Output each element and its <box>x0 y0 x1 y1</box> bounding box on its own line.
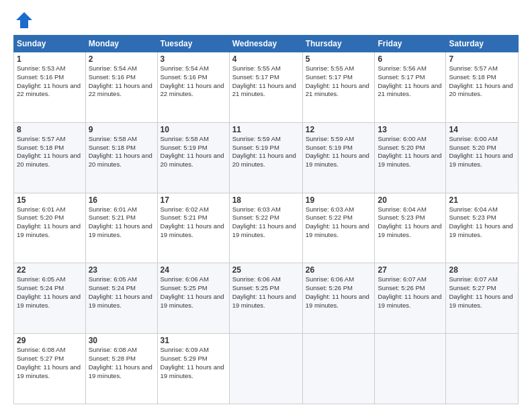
calendar-day-cell: 11Sunrise: 5:59 AMSunset: 5:19 PMDayligh… <box>229 122 302 193</box>
day-number: 25 <box>232 265 300 275</box>
day-info: Sunrise: 5:55 AMSunset: 5:17 PMDaylight:… <box>306 64 369 97</box>
logo <box>13 11 34 30</box>
calendar-week-row: 29Sunrise: 6:08 AMSunset: 5:27 PMDayligh… <box>14 334 519 404</box>
day-number: 26 <box>306 265 372 275</box>
day-number: 29 <box>17 336 83 345</box>
calendar-day-cell: 25Sunrise: 6:06 AMSunset: 5:25 PMDayligh… <box>229 263 302 334</box>
day-number: 9 <box>89 125 154 134</box>
calendar-day-cell: 12Sunrise: 5:59 AMSunset: 5:19 PMDayligh… <box>302 122 375 193</box>
day-number: 8 <box>17 125 83 134</box>
day-info: Sunrise: 6:09 AMSunset: 5:29 PMDaylight:… <box>161 346 224 379</box>
day-number: 30 <box>89 336 154 345</box>
day-number: 19 <box>306 195 372 205</box>
day-info: Sunrise: 6:05 AMSunset: 5:24 PMDaylight:… <box>17 275 81 308</box>
calendar-day-cell: 19Sunrise: 6:03 AMSunset: 5:22 PMDayligh… <box>302 193 375 263</box>
day-info: Sunrise: 6:06 AMSunset: 5:25 PMDaylight:… <box>232 275 296 308</box>
day-info: Sunrise: 6:01 AMSunset: 5:21 PMDaylight:… <box>89 205 152 238</box>
calendar-day-cell: 14Sunrise: 6:00 AMSunset: 5:20 PMDayligh… <box>446 122 519 193</box>
day-info: Sunrise: 6:06 AMSunset: 5:26 PMDaylight:… <box>306 275 369 308</box>
day-info: Sunrise: 6:00 AMSunset: 5:20 PMDaylight:… <box>378 135 441 168</box>
day-number: 27 <box>378 265 443 275</box>
calendar-day-cell <box>446 334 519 404</box>
day-number: 16 <box>89 195 154 205</box>
calendar-page: SundayMondayTuesdayWednesdayThursdayFrid… <box>0 0 532 411</box>
day-info: Sunrise: 6:07 AMSunset: 5:26 PMDaylight:… <box>378 275 441 308</box>
day-number: 20 <box>378 195 443 205</box>
calendar-day-cell: 10Sunrise: 5:58 AMSunset: 5:19 PMDayligh… <box>157 122 229 193</box>
day-info: Sunrise: 6:03 AMSunset: 5:22 PMDaylight:… <box>232 205 296 238</box>
day-info: Sunrise: 5:53 AMSunset: 5:16 PMDaylight:… <box>17 64 81 97</box>
calendar-day-cell: 18Sunrise: 6:03 AMSunset: 5:22 PMDayligh… <box>229 193 302 263</box>
day-header-wednesday: Wednesday <box>229 36 302 52</box>
day-header-sunday: Sunday <box>14 36 86 52</box>
day-number: 2 <box>89 54 154 64</box>
day-info: Sunrise: 5:59 AMSunset: 5:19 PMDaylight:… <box>306 135 369 168</box>
day-number: 4 <box>232 54 300 64</box>
day-info: Sunrise: 6:03 AMSunset: 5:22 PMDaylight:… <box>306 205 369 238</box>
calendar-day-cell: 6Sunrise: 5:56 AMSunset: 5:17 PMDaylight… <box>375 52 446 123</box>
day-number: 24 <box>161 265 226 275</box>
day-info: Sunrise: 5:59 AMSunset: 5:19 PMDaylight:… <box>232 135 296 168</box>
day-number: 23 <box>89 265 154 275</box>
day-info: Sunrise: 6:08 AMSunset: 5:27 PMDaylight:… <box>17 346 81 379</box>
day-info: Sunrise: 6:01 AMSunset: 5:20 PMDaylight:… <box>17 205 81 238</box>
calendar-day-cell: 1Sunrise: 5:53 AMSunset: 5:16 PMDaylight… <box>14 52 86 123</box>
calendar-day-cell: 30Sunrise: 6:08 AMSunset: 5:28 PMDayligh… <box>85 334 157 404</box>
calendar-day-cell: 21Sunrise: 6:04 AMSunset: 5:23 PMDayligh… <box>446 193 519 263</box>
day-info: Sunrise: 5:58 AMSunset: 5:19 PMDaylight:… <box>161 135 224 168</box>
calendar-week-row: 1Sunrise: 5:53 AMSunset: 5:16 PMDaylight… <box>14 52 519 123</box>
day-number: 22 <box>17 265 83 275</box>
day-info: Sunrise: 6:02 AMSunset: 5:21 PMDaylight:… <box>161 205 224 238</box>
calendar-day-cell: 3Sunrise: 5:54 AMSunset: 5:16 PMDaylight… <box>157 52 229 123</box>
day-info: Sunrise: 6:04 AMSunset: 5:23 PMDaylight:… <box>378 205 441 238</box>
calendar-day-cell: 24Sunrise: 6:06 AMSunset: 5:25 PMDayligh… <box>157 263 229 334</box>
calendar-day-cell: 20Sunrise: 6:04 AMSunset: 5:23 PMDayligh… <box>375 193 446 263</box>
day-info: Sunrise: 6:05 AMSunset: 5:24 PMDaylight:… <box>89 275 152 308</box>
calendar-day-cell: 23Sunrise: 6:05 AMSunset: 5:24 PMDayligh… <box>85 263 157 334</box>
day-number: 15 <box>17 195 83 205</box>
day-info: Sunrise: 6:07 AMSunset: 5:27 PMDaylight:… <box>449 275 513 308</box>
calendar-day-cell: 17Sunrise: 6:02 AMSunset: 5:21 PMDayligh… <box>157 193 229 263</box>
header <box>13 11 519 30</box>
calendar-day-cell: 13Sunrise: 6:00 AMSunset: 5:20 PMDayligh… <box>375 122 446 193</box>
calendar-day-cell: 27Sunrise: 6:07 AMSunset: 5:26 PMDayligh… <box>375 263 446 334</box>
day-info: Sunrise: 5:56 AMSunset: 5:17 PMDaylight:… <box>378 64 441 97</box>
calendar-header-row: SundayMondayTuesdayWednesdayThursdayFrid… <box>14 36 519 52</box>
day-info: Sunrise: 5:57 AMSunset: 5:18 PMDaylight:… <box>449 64 513 97</box>
day-number: 1 <box>17 54 83 64</box>
day-number: 10 <box>161 125 226 134</box>
calendar-week-row: 22Sunrise: 6:05 AMSunset: 5:24 PMDayligh… <box>14 263 519 334</box>
calendar-day-cell: 4Sunrise: 5:55 AMSunset: 5:17 PMDaylight… <box>229 52 302 123</box>
calendar-day-cell <box>229 334 302 404</box>
calendar-day-cell <box>375 334 446 404</box>
day-header-thursday: Thursday <box>302 36 375 52</box>
day-header-saturday: Saturday <box>446 36 519 52</box>
day-number: 21 <box>449 195 515 205</box>
day-number: 12 <box>306 125 372 134</box>
day-header-friday: Friday <box>375 36 446 52</box>
day-number: 28 <box>449 265 515 275</box>
calendar-week-row: 8Sunrise: 5:57 AMSunset: 5:18 PMDaylight… <box>14 122 519 193</box>
day-number: 7 <box>449 54 515 64</box>
day-info: Sunrise: 6:04 AMSunset: 5:23 PMDaylight:… <box>449 205 513 238</box>
calendar-day-cell: 5Sunrise: 5:55 AMSunset: 5:17 PMDaylight… <box>302 52 375 123</box>
day-number: 18 <box>232 195 300 205</box>
day-number: 31 <box>161 336 226 345</box>
calendar-day-cell: 15Sunrise: 6:01 AMSunset: 5:20 PMDayligh… <box>14 193 86 263</box>
day-header-tuesday: Tuesday <box>157 36 229 52</box>
day-info: Sunrise: 6:06 AMSunset: 5:25 PMDaylight:… <box>161 275 224 308</box>
day-info: Sunrise: 6:00 AMSunset: 5:20 PMDaylight:… <box>449 135 513 168</box>
calendar-day-cell <box>302 334 375 404</box>
calendar-table: SundayMondayTuesdayWednesdayThursdayFrid… <box>13 35 519 404</box>
day-info: Sunrise: 5:57 AMSunset: 5:18 PMDaylight:… <box>17 135 81 168</box>
day-info: Sunrise: 5:54 AMSunset: 5:16 PMDaylight:… <box>161 64 224 97</box>
calendar-day-cell: 26Sunrise: 6:06 AMSunset: 5:26 PMDayligh… <box>302 263 375 334</box>
day-number: 11 <box>232 125 300 134</box>
day-info: Sunrise: 6:08 AMSunset: 5:28 PMDaylight:… <box>89 346 152 379</box>
day-number: 5 <box>306 54 372 64</box>
day-number: 17 <box>161 195 226 205</box>
day-number: 6 <box>378 54 443 64</box>
day-info: Sunrise: 5:58 AMSunset: 5:18 PMDaylight:… <box>89 135 152 168</box>
calendar-day-cell: 31Sunrise: 6:09 AMSunset: 5:29 PMDayligh… <box>157 334 229 404</box>
calendar-day-cell: 22Sunrise: 6:05 AMSunset: 5:24 PMDayligh… <box>14 263 86 334</box>
